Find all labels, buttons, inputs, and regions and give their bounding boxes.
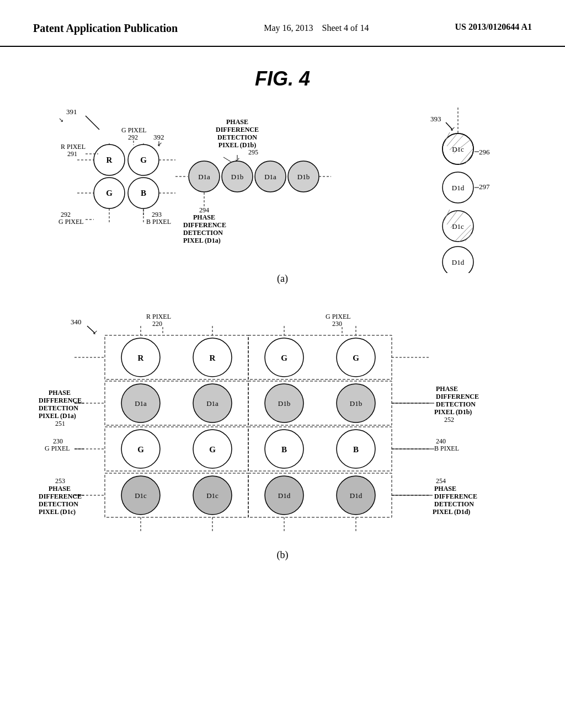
svg-text:DETECTION: DETECTION — [39, 500, 78, 508]
svg-text:B: B — [141, 189, 146, 197]
svg-text:G: G — [353, 354, 359, 362]
svg-line-64 — [444, 132, 450, 143]
diagram-a-svg: FIG. 4 391 ↘ R PIXEL 291 G PIXEL 292 392… — [33, 63, 532, 273]
svg-text:D1b: D1b — [231, 173, 243, 181]
svg-text:340: 340 — [71, 318, 82, 326]
svg-text:R PIXEL: R PIXEL — [146, 313, 171, 320]
svg-text:DIFFERENCE: DIFFERENCE — [183, 221, 226, 229]
svg-text:D1c: D1c — [135, 491, 147, 500]
svg-rect-122 — [105, 427, 248, 471]
svg-text:B: B — [281, 445, 287, 454]
svg-text:392: 392 — [153, 133, 164, 141]
svg-text:DETECTION: DETECTION — [217, 133, 257, 141]
svg-text:D1a: D1a — [198, 173, 210, 181]
svg-text:PHASE: PHASE — [49, 389, 71, 397]
svg-text:B PIXEL: B PIXEL — [434, 445, 459, 452]
svg-text:295: 295 — [248, 148, 258, 156]
svg-text:PHASE: PHASE — [226, 118, 248, 126]
svg-text:PIXEL (D1b): PIXEL (D1b) — [434, 408, 472, 416]
svg-text:254: 254 — [436, 477, 446, 485]
svg-text:R PIXEL: R PIXEL — [61, 143, 86, 151]
svg-text:PHASE: PHASE — [49, 485, 71, 493]
svg-text:PHASE: PHASE — [434, 485, 456, 493]
svg-text:DETECTION: DETECTION — [183, 229, 223, 237]
svg-text:297: 297 — [479, 183, 490, 191]
svg-text:PHASE: PHASE — [436, 385, 458, 393]
svg-text:D1c: D1c — [452, 145, 464, 153]
header-center: May 16, 2013 Sheet 4 of 14 — [264, 22, 369, 34]
svg-text:252: 252 — [444, 416, 454, 424]
svg-text:↙: ↙ — [93, 329, 98, 335]
header-left: Patent Application Publication — [33, 22, 178, 35]
svg-text:220: 220 — [152, 320, 162, 328]
svg-line-69 — [465, 154, 472, 164]
page-header: Patent Application Publication May 16, 2… — [0, 0, 565, 47]
svg-text:393: 393 — [430, 115, 441, 123]
header-right: US 2013/0120644 A1 — [455, 22, 532, 32]
svg-text:PIXEL (D1c): PIXEL (D1c) — [39, 508, 76, 516]
svg-text:G: G — [209, 445, 216, 454]
page-content: FIG. 4 391 ↘ R PIXEL 291 G PIXEL 292 392… — [0, 47, 565, 594]
svg-text:240: 240 — [436, 437, 446, 445]
svg-text:G PIXEL: G PIXEL — [58, 218, 84, 226]
svg-text:DETECTION: DETECTION — [434, 500, 474, 508]
svg-text:230: 230 — [53, 437, 63, 445]
svg-text:B PIXEL: B PIXEL — [146, 218, 171, 226]
svg-text:↙: ↙ — [157, 141, 162, 147]
svg-text:FIG. 4: FIG. 4 — [255, 67, 310, 90]
svg-line-78 — [444, 210, 450, 221]
svg-text:D1a: D1a — [264, 173, 276, 181]
svg-text:D1d: D1d — [350, 491, 363, 500]
svg-text:G PIXEL: G PIXEL — [45, 445, 70, 452]
svg-text:DIFFERENCE: DIFFERENCE — [216, 126, 259, 133]
header-sheet: Sheet 4 of 14 — [322, 23, 369, 33]
diagram-a-container: FIG. 4 391 ↘ R PIXEL 291 G PIXEL 292 392… — [33, 63, 532, 273]
svg-text:296: 296 — [479, 148, 490, 156]
svg-text:DETECTION: DETECTION — [436, 400, 476, 408]
svg-text:DIFFERENCE: DIFFERENCE — [434, 493, 477, 500]
diagram-b-container: 340 ↙ R PIXEL 220 G PIXEL 230 R R — [33, 296, 532, 571]
svg-text:D1a: D1a — [135, 399, 147, 408]
svg-text:D1c: D1c — [206, 491, 218, 500]
svg-text:D1b: D1b — [278, 399, 290, 408]
svg-text:G PIXEL: G PIXEL — [326, 313, 351, 320]
svg-text:G: G — [140, 156, 147, 164]
svg-text:D1c: D1c — [452, 222, 464, 231]
svg-text:391: 391 — [66, 108, 77, 116]
svg-line-65 — [447, 134, 457, 146]
svg-text:D1d: D1d — [278, 491, 291, 500]
svg-text:PIXEL (D1a): PIXEL (D1a) — [183, 237, 221, 244]
svg-rect-98 — [105, 335, 248, 379]
svg-text:251: 251 — [55, 420, 65, 427]
svg-text:D1b: D1b — [350, 399, 362, 408]
svg-rect-127 — [248, 427, 392, 471]
header-date: May 16, 2013 — [264, 23, 313, 33]
svg-text:DETECTION: DETECTION — [39, 404, 78, 412]
svg-text:230: 230 — [332, 320, 342, 328]
svg-text:293: 293 — [152, 211, 162, 218]
svg-text:G: G — [137, 445, 144, 454]
caption-a: (a) — [33, 273, 532, 285]
svg-text:D1a: D1a — [206, 399, 218, 408]
svg-text:PHASE: PHASE — [193, 213, 215, 221]
svg-text:G: G — [281, 354, 287, 362]
svg-text:D1b: D1b — [297, 173, 310, 181]
svg-text:294: 294 — [199, 206, 209, 214]
svg-text:D1d: D1d — [452, 184, 465, 192]
svg-text:G: G — [106, 189, 113, 197]
svg-text:D1d: D1d — [452, 258, 465, 266]
svg-text:PIXEL (D1d): PIXEL (D1d) — [433, 508, 470, 516]
svg-text:253: 253 — [55, 477, 65, 485]
svg-text:R: R — [138, 354, 144, 362]
svg-text:292: 292 — [61, 211, 71, 218]
diagram-b-svg: 340 ↙ R PIXEL 220 G PIXEL 230 R R — [33, 296, 532, 582]
svg-text:B: B — [353, 445, 359, 454]
svg-text:G PIXEL: G PIXEL — [121, 126, 147, 134]
svg-text:292: 292 — [128, 133, 138, 141]
svg-text:R: R — [106, 156, 113, 164]
svg-text:DIFFERENCE: DIFFERENCE — [436, 393, 479, 400]
svg-text:↘: ↘ — [58, 116, 63, 123]
svg-line-1 — [86, 116, 99, 130]
svg-text:PIXEL (D1b): PIXEL (D1b) — [218, 141, 256, 149]
svg-text:↙: ↙ — [450, 125, 455, 132]
